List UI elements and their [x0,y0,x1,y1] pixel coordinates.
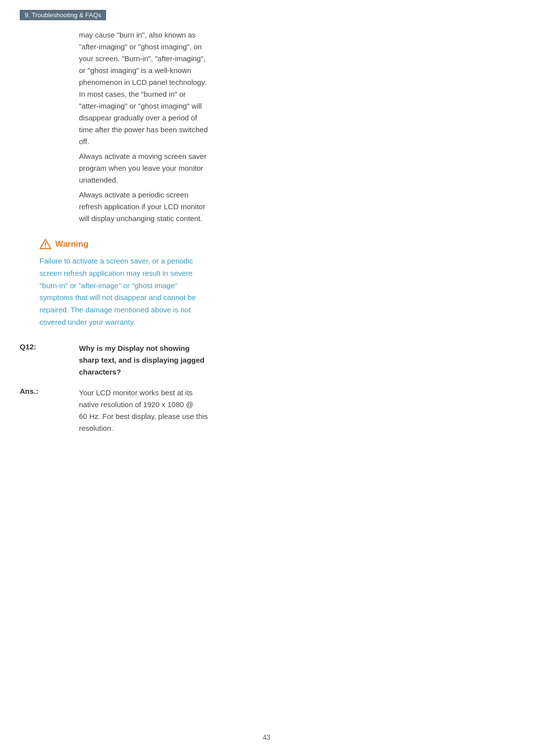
section-header-label: 9. Troubleshooting & FAQs [25,11,101,19]
intro-paragraph-3: Always activate a periodic screen refres… [79,189,326,225]
warning-title-row: Warning [39,238,513,250]
qa-question-q12: Why is my Display not showing sharp text… [79,342,204,378]
intro-paragraph-1: may cause "burn in", also known as "afte… [79,29,326,148]
qa-item-ans12: Ans.: Your LCD monitor works best at its… [20,387,513,434]
page-container: 9. Troubleshooting & FAQs may cause "bur… [0,0,533,756]
qa-item-q12: Q12: Why is my Display not showing sharp… [20,342,513,378]
qa-q12-label-text: Q12: [20,342,36,351]
qa-label-q12: Q12: [20,342,79,378]
qa-ans12-label-text: Ans.: [20,387,38,395]
warning-text: Failure to activate a screen saver, or a… [39,255,286,329]
warning-label: Warning [55,239,88,249]
qa-answer-q12: Your LCD monitor works best at its nativ… [79,387,208,434]
section-header: 9. Troubleshooting & FAQs [20,10,106,20]
page-number: 43 [263,733,270,741]
intro-paragraph-2: Always activate a moving screen saver pr… [79,151,326,186]
warning-section: Warning Failure to activate a screen sav… [20,238,513,329]
warning-icon [39,238,51,250]
qa-section: Q12: Why is my Display not showing sharp… [20,342,513,434]
qa-label-ans12: Ans.: [20,387,79,434]
svg-point-1 [45,247,46,248]
